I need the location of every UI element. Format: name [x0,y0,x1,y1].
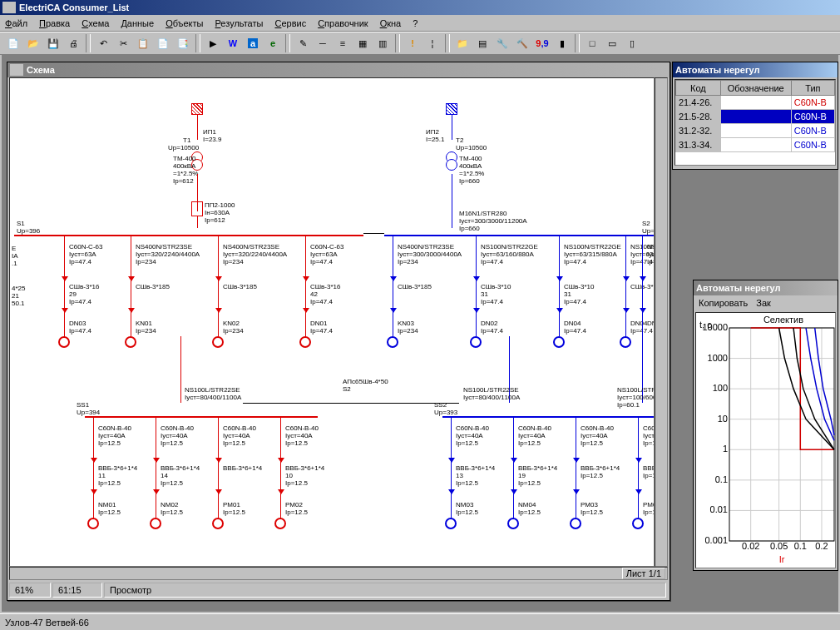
tb-palette[interactable]: ▮ [553,34,571,52]
grid-header-desig[interactable]: Обозначение [720,81,791,96]
app-titlebar: ElectriCA Consumer_List [0,0,840,15]
grid-row[interactable]: 21.5-28.C60N-B [676,110,835,124]
coords-cell: 61:15 [52,583,102,598]
grid-title-text: Автоматы нерегул [675,65,759,75]
schema-window: Схема T1Up=10500ТМ-400400кВА=1*2.5%Ip=61… [7,62,670,601]
app-icon [2,2,16,13]
menu-help[interactable]: Справочник [318,18,368,28]
svg-text:Селектив: Селектив [763,315,803,325]
mode-cell: Просмотр [104,583,666,598]
schema-canvas[interactable]: T1Up=10500ТМ-400400кВА=1*2.5%Ip=612ИП1I=… [9,77,655,567]
status-nodes: Узлов-47 Ветвей-66 [5,618,89,628]
menu-service[interactable]: Сервис [274,18,306,28]
tb-a[interactable]: a [244,34,262,52]
chart-area: Селективt, c1000010001001010.10.010.0010… [695,312,836,568]
scrollbar-vertical[interactable] [655,77,668,567]
zoom-cell: 61% [9,583,51,598]
grid-body[interactable]: Код Обозначение Тип 21.4-26.C60N-B21.5-2… [674,79,836,166]
svg-text:1000: 1000 [708,353,728,363]
tb-grid1[interactable]: ▦ [353,34,372,52]
mdi-client: Схема T1Up=10500ТМ-400400кВА=1*2.5%Ip=61… [2,55,838,612]
grid-row[interactable]: 21.4-26.C60N-B [676,96,835,110]
menu-edit[interactable]: Правка [39,18,70,28]
svg-text:0.001: 0.001 [704,535,728,545]
schema-titlebar[interactable]: Схема [7,62,670,77]
tb-open[interactable]: 📂 [24,34,42,52]
svg-text:100: 100 [713,383,728,393]
tb-line[interactable]: ─ [314,34,332,52]
tb-folder[interactable]: 📁 [453,34,472,52]
chart-menu-close[interactable]: Зак [756,298,771,308]
grid-header-type[interactable]: Тип [791,81,834,96]
tb-undo[interactable]: ↶ [94,34,112,52]
chart-window: Автоматы нерегул Копировать Зак Селектив… [693,280,838,571]
svg-text:0.01: 0.01 [710,504,728,514]
menu-results[interactable]: Результаты [215,18,264,28]
chart-titlebar[interactable]: Автоматы нерегул [694,280,838,295]
chart-menubar: Копировать Зак [694,295,838,310]
tb-warn[interactable]: ! [403,34,422,52]
page-indicator[interactable]: Лист 1/1 [622,568,665,579]
menu-file[interactable]: Файл [5,18,27,28]
tb-s2[interactable]: ▭ [603,34,621,52]
svg-text:10: 10 [718,414,728,424]
grid-titlebar[interactable]: Автоматы нерегул [673,62,838,77]
menu-data[interactable]: Данные [121,18,154,28]
menu-q[interactable]: ? [413,18,418,28]
menu-objects[interactable]: Объекты [166,18,203,28]
chart-title-text: Автоматы нерегул [696,283,780,293]
schema-title: Схема [27,65,55,75]
schema-icon [10,64,23,76]
grid-window: Автоматы нерегул Код Обозначение Тип 21.… [672,62,838,170]
scrollbar-horizontal[interactable]: Лист 1/1 [9,567,668,580]
tb-eq[interactable]: ≡ [334,34,352,52]
tb-copy2[interactable]: 📑 [174,34,192,52]
svg-text:0.1: 0.1 [794,541,807,551]
grid-header-code[interactable]: Код [676,81,721,96]
svg-text:0.1: 0.1 [715,474,728,484]
tb-run[interactable]: ▶ [204,34,222,52]
main-statusbar: Узлов-47 Ветвей-66 [0,613,840,630]
app-title: ElectriCA Consumer_List [19,2,129,12]
tb-e[interactable]: e [264,34,282,52]
chart-menu-copy[interactable]: Копировать [699,298,748,308]
menu-windows[interactable]: Окна [380,18,402,28]
tb-99[interactable]: 9,9 [533,34,551,52]
tb-db[interactable]: ▤ [473,34,492,52]
tb-sep[interactable]: ¦ [423,34,442,52]
tb-pen[interactable]: ✎ [294,34,312,52]
svg-text:0.05: 0.05 [770,541,788,551]
grid-row[interactable]: 31.3-34.C60N-B [676,138,835,152]
svg-text:0.2: 0.2 [815,541,828,551]
toolbar: 📄 📂 💾 🖨 ↶ ✂ 📋 📄 📑 ▶ W a e ✎ ─ ≡ ▦ ▥ ! ¦ … [0,32,840,55]
tb-tools[interactable]: 🔧 [493,34,511,52]
tb-save[interactable]: 💾 [44,34,62,52]
menu-schema[interactable]: Схема [82,18,109,28]
schema-statusbar: 61% 61:15 Просмотр [9,582,668,598]
svg-text:1: 1 [723,444,728,454]
tb-grid2[interactable]: ▥ [373,34,392,52]
tb-word[interactable]: W [224,34,242,52]
tb-print[interactable]: 🖨 [64,34,82,52]
tb-s1[interactable]: □ [583,34,601,52]
menubar: Файл Правка Схема Данные Объекты Результ… [0,15,840,32]
tb-hammer[interactable]: 🔨 [513,34,531,52]
svg-text:Ir: Ir [779,554,785,564]
tb-copy[interactable]: 📋 [134,34,152,52]
tb-cut[interactable]: ✂ [114,34,132,52]
tb-s3[interactable]: ▯ [623,34,641,52]
tb-new[interactable]: 📄 [4,34,22,52]
svg-text:0.02: 0.02 [742,541,759,551]
grid-row[interactable]: 31.2-32.C60N-B [676,124,835,138]
svg-text:10000: 10000 [702,322,728,332]
tb-paste[interactable]: 📄 [154,34,172,52]
